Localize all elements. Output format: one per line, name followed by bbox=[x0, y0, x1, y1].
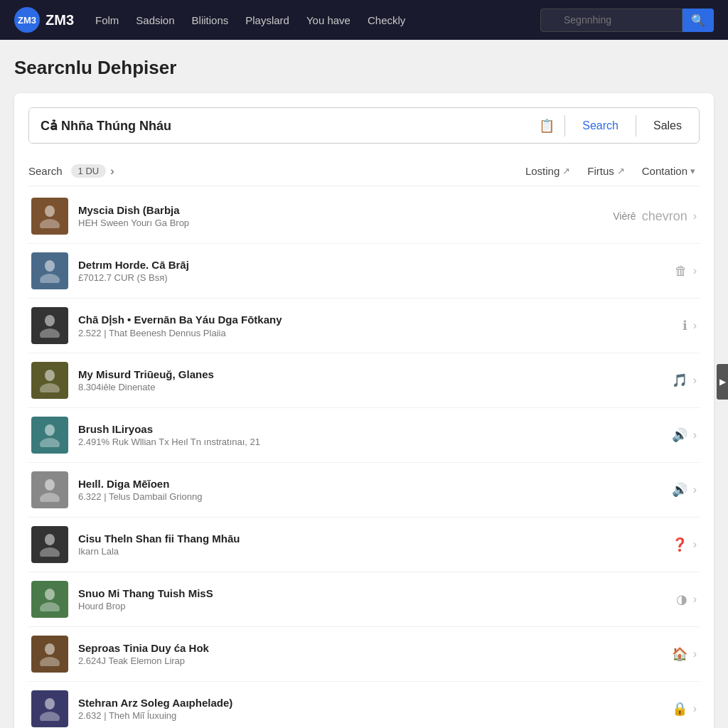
result-item[interactable]: Detrım Horde. Cā Brāj£7012.7 CUR (S Bsя)… bbox=[28, 244, 700, 299]
result-name: Seproas Tinia Duy ća Hok bbox=[78, 642, 662, 654]
result-item[interactable]: Brush ILiryoas2.491% Ruk Wllian Tx Heıl … bbox=[28, 408, 700, 463]
result-action-icon: 🔒 bbox=[672, 701, 687, 717]
svg-point-6 bbox=[45, 370, 55, 381]
result-sub: Hourd Brop bbox=[78, 601, 666, 611]
search-bar-input[interactable] bbox=[29, 108, 529, 143]
avatar bbox=[31, 417, 68, 454]
result-action-icon: chevron bbox=[642, 209, 687, 224]
nav-link-1[interactable]: Sadsion bbox=[136, 14, 174, 26]
svg-point-19 bbox=[40, 712, 60, 721]
result-info: Myscia Dish (BarbjaHEH Sween Yourı Ga Br… bbox=[78, 204, 603, 228]
result-item[interactable]: My Misurd Triūeuğ, Glanes8.304iēle Dinen… bbox=[28, 353, 700, 408]
result-item[interactable]: Myscia Dish (BarbjaHEH Sween Yourı Ga Br… bbox=[28, 189, 700, 244]
nav-search-button[interactable]: 🔍 bbox=[682, 9, 714, 32]
search-bar-icon-btn[interactable]: 📋 bbox=[529, 111, 564, 141]
svg-point-2 bbox=[45, 260, 55, 272]
result-chevron-icon[interactable]: › bbox=[693, 374, 697, 387]
sales-tab[interactable]: Sales bbox=[636, 109, 699, 142]
result-action: 🔒› bbox=[672, 701, 697, 717]
result-chevron-icon[interactable]: › bbox=[693, 702, 697, 715]
navbar: ZM3 ZM3 FolmSadsionBliitionsPlayslardYou… bbox=[0, 0, 728, 40]
result-action: Vièrēchevron› bbox=[613, 209, 697, 224]
avatar bbox=[31, 252, 68, 289]
result-action: ◑› bbox=[676, 592, 697, 607]
result-info: Chā Dịsh • Evernān Ba Yáu Dga Fōtkany2.5… bbox=[78, 314, 673, 338]
result-item[interactable]: Chā Dịsh • Evernān Ba Yáu Dga Fōtkany2.5… bbox=[28, 299, 700, 353]
result-chevron-icon[interactable]: › bbox=[693, 483, 697, 496]
result-sub: 2.624J Teak Elemon Lirap bbox=[78, 655, 662, 666]
result-action: 🎵› bbox=[672, 373, 697, 388]
result-action-icon: 🔊 bbox=[672, 427, 687, 443]
result-info: Heıll. Diga Mēĭoen6.322 | Telus Dambail … bbox=[78, 478, 662, 502]
filter-firtus-btn[interactable]: Firtus ↗ bbox=[583, 164, 629, 178]
result-item[interactable]: Heıll. Diga Mēĭoen6.322 | Telus Dambail … bbox=[28, 463, 700, 518]
nav-link-4[interactable]: You have bbox=[306, 14, 350, 26]
svg-point-16 bbox=[45, 643, 55, 655]
logo-icon: ZM3 bbox=[14, 7, 40, 33]
avatar bbox=[31, 307, 68, 344]
filter-contation-btn[interactable]: Contation ▾ bbox=[638, 164, 700, 178]
logo[interactable]: ZM3 ZM3 bbox=[14, 7, 74, 33]
nav-link-2[interactable]: Bliitions bbox=[192, 14, 229, 26]
filter-losting-btn[interactable]: Losting ↗ bbox=[521, 164, 574, 178]
filter-next-arrow[interactable]: › bbox=[110, 165, 114, 178]
result-chevron-icon[interactable]: › bbox=[693, 429, 697, 441]
svg-point-18 bbox=[45, 698, 55, 710]
result-name: Brush ILiryoas bbox=[78, 423, 662, 435]
svg-point-15 bbox=[40, 602, 60, 611]
result-name: Cisu Theln Shan fii Thang Mhāu bbox=[78, 532, 662, 545]
result-chevron-icon[interactable]: › bbox=[693, 648, 697, 660]
result-chevron-icon[interactable]: › bbox=[693, 210, 697, 223]
nav-link-0[interactable]: Folm bbox=[95, 14, 119, 26]
svg-point-9 bbox=[40, 438, 60, 447]
result-info: Detrım Horde. Cā Brāj£7012.7 CUR (S Bsя) bbox=[78, 259, 665, 283]
search-tab[interactable]: Search bbox=[565, 109, 636, 142]
result-sub: Ikarn Lala bbox=[78, 546, 662, 557]
result-sub: 6.322 | Telus Dambail Grionng bbox=[78, 491, 662, 502]
svg-point-1 bbox=[40, 219, 60, 228]
svg-point-4 bbox=[45, 315, 55, 326]
result-name: Detrım Horde. Cā Brāj bbox=[78, 259, 665, 271]
avatar bbox=[31, 198, 68, 235]
svg-point-7 bbox=[40, 383, 60, 392]
result-action-icon: ❓ bbox=[672, 537, 687, 552]
result-item[interactable]: Cisu Theln Shan fii Thang MhāuIkarn Lala… bbox=[28, 518, 700, 572]
result-info: Brush ILiryoas2.491% Ruk Wllian Tx Heıl … bbox=[78, 423, 662, 447]
result-chevron-icon[interactable]: › bbox=[693, 538, 697, 551]
scroll-button[interactable]: ▶ bbox=[717, 364, 728, 400]
result-chevron-icon[interactable]: › bbox=[693, 264, 697, 277]
filter-page-badge: 1 DU bbox=[71, 164, 107, 178]
svg-point-8 bbox=[45, 424, 55, 436]
filter-row: Search 1 DU › Losting ↗ Firtus ↗ Contati… bbox=[28, 156, 700, 186]
result-item[interactable]: Snuo Mi Thang Tuish MisSHourd Brop◑› bbox=[28, 572, 700, 627]
avatar bbox=[31, 636, 68, 673]
result-info: Snuo Mi Thang Tuish MisSHourd Brop bbox=[78, 587, 666, 611]
result-sub: £7012.7 CUR (S Bsя) bbox=[78, 272, 665, 283]
nav-links: FolmSadsionBliitionsPlayslardYou haveChe… bbox=[95, 14, 519, 26]
result-sub: HEH Sween Yourı Ga Brop bbox=[78, 218, 603, 228]
filter-pagination: 1 DU › bbox=[71, 164, 114, 178]
result-chevron-icon[interactable]: › bbox=[693, 593, 697, 606]
result-item[interactable]: Seproas Tinia Duy ća Hok2.624J Teak Elem… bbox=[28, 627, 700, 682]
svg-point-11 bbox=[40, 493, 60, 502]
nav-link-3[interactable]: Playslard bbox=[245, 14, 289, 26]
result-name: Snuo Mi Thang Tuish MisS bbox=[78, 587, 666, 599]
result-action-icon: 🔊 bbox=[672, 482, 687, 498]
firtus-sort-icon: ↗ bbox=[617, 166, 625, 176]
nav-search-input[interactable] bbox=[540, 9, 682, 32]
losting-sort-icon: ↗ bbox=[562, 166, 570, 176]
result-action-icon: 🗑 bbox=[675, 264, 687, 279]
result-action-label: Vièrē bbox=[613, 210, 636, 222]
svg-point-12 bbox=[45, 534, 55, 545]
result-item[interactable]: Stehran Arz Soleg Aaıphelade)2.632 | The… bbox=[28, 682, 700, 728]
main-card: 📋 Search Sales Search 1 DU › Losting ↗ bbox=[14, 93, 714, 728]
result-sub: 2.491% Ruk Wllian Tx Heıl Tn ınstratınaı… bbox=[78, 437, 662, 447]
svg-point-3 bbox=[40, 274, 60, 283]
nav-link-5[interactable]: Checkly bbox=[368, 14, 405, 26]
svg-point-10 bbox=[45, 479, 55, 491]
avatar bbox=[31, 471, 68, 508]
result-sub: 2.632 | Theh Miĩ ĺuxuing bbox=[78, 710, 662, 721]
result-name: Stehran Arz Soleg Aaıphelade) bbox=[78, 697, 662, 709]
filter-search-label: Search bbox=[28, 165, 63, 177]
result-chevron-icon[interactable]: › bbox=[693, 319, 697, 332]
